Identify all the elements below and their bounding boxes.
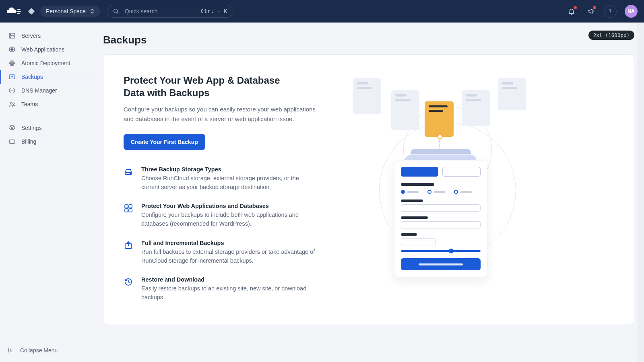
feature-desc: Configure your backups to include both w… [141, 211, 318, 228]
illustration-highlight-card-icon [425, 101, 454, 137]
svg-point-3 [114, 9, 118, 13]
grid4-icon [124, 204, 134, 214]
sidebar-divider [0, 116, 93, 116]
search-input[interactable] [124, 8, 196, 15]
svg-point-9 [10, 37, 11, 38]
question-icon [607, 8, 613, 14]
backup-icon [8, 73, 16, 80]
workspace-indicator-icon [28, 8, 35, 15]
svg-rect-30 [129, 209, 132, 212]
main-content: 2xl (1600px) Backups Protect Your Web Ap… [93, 23, 644, 362]
notifications-button[interactable] [565, 5, 578, 18]
sidebar-item-label: Backups [21, 74, 43, 80]
page-title: Backups [103, 34, 634, 46]
search-shortcut: Ctrl · K [201, 8, 227, 14]
collapse-menu-button[interactable]: Collapse Menu [0, 341, 93, 362]
avatar[interactable]: NA [625, 5, 638, 18]
sidebar-item-atomic-deployment[interactable]: Atomic Deployment [0, 56, 93, 70]
notification-dot-icon [574, 6, 577, 9]
team-icon [8, 101, 16, 108]
svg-point-5 [610, 12, 610, 13]
collapse-label: Collapse Menu [20, 347, 58, 354]
sidebar-secondary: Settings Billing [0, 121, 93, 148]
feature-desc: Easily restore backups to an existing si… [141, 284, 318, 302]
feature-item: Three Backup Storage Types Choose RunClo… [124, 166, 325, 192]
svg-point-8 [10, 34, 11, 35]
feature-title: Full and Incremental Backups [141, 240, 318, 246]
hero-title: Protect Your Web App & Database Data wit… [124, 74, 301, 99]
svg-point-21 [11, 127, 13, 129]
svg-rect-27 [125, 205, 128, 208]
feature-title: Protect Your Web Applications and Databa… [141, 203, 318, 209]
svg-rect-28 [129, 205, 132, 208]
avatar-initials: NA [627, 8, 634, 14]
svg-point-19 [10, 103, 12, 105]
hero-illustration [341, 74, 614, 302]
dns-icon: DNS [8, 87, 16, 94]
sidebar: Servers Web Applications Atomic Deployme… [0, 23, 93, 362]
feature-desc: Choose RunCloud storage, external storag… [141, 174, 318, 192]
sidebar-item-label: Web Applications [21, 46, 64, 53]
search-box[interactable]: Ctrl · K [107, 5, 233, 18]
sidebar-item-servers[interactable]: Servers [0, 29, 93, 43]
create-backup-button[interactable]: Create Your First Backup [124, 134, 205, 150]
illustration-stack-icon [400, 149, 481, 161]
feature-item: Full and Incremental Backups Run full ba… [124, 240, 325, 265]
breakpoint-badge: 2xl (1600px) [588, 31, 634, 40]
feature-list: Three Backup Storage Types Choose RunClo… [124, 166, 325, 302]
sidebar-item-label: Servers [21, 33, 41, 39]
illustration-card-icon [462, 90, 490, 126]
logo[interactable] [6, 7, 23, 16]
illustration-card-icon [391, 90, 419, 130]
feature-title: Three Backup Storage Types [141, 166, 318, 173]
upload-box-icon [124, 241, 134, 251]
gear-icon [8, 124, 16, 132]
workspace-label: Personal Space [46, 8, 86, 14]
sidebar-item-label: Teams [21, 101, 38, 107]
feature-title: Restore and Download [141, 276, 318, 283]
svg-rect-29 [125, 209, 128, 212]
svg-text:DNS: DNS [10, 90, 14, 92]
sidebar-item-label: DNS Manager [21, 87, 57, 94]
svg-point-11 [12, 63, 13, 64]
svg-line-4 [117, 12, 118, 14]
globe-icon [8, 46, 16, 53]
hero-content: Protect Your Web App & Database Data wit… [124, 74, 325, 302]
sidebar-item-web-applications[interactable]: Web Applications [0, 43, 93, 56]
sidebar-primary: Servers Web Applications Atomic Deployme… [0, 29, 93, 111]
illustration-form-icon [394, 160, 487, 277]
hero-card: Protect Your Web App & Database Data wit… [103, 54, 634, 325]
atom-icon [8, 60, 16, 67]
feature-item: Protect Your Web Applications and Databa… [124, 203, 325, 228]
svg-point-12 [9, 62, 15, 64]
scrollbar[interactable] [638, 23, 644, 362]
help-button[interactable] [604, 5, 617, 18]
sidebar-item-teams[interactable]: Teams [0, 97, 93, 111]
collapse-icon [7, 347, 14, 354]
announcements-button[interactable] [584, 5, 597, 18]
sidebar-item-label: Settings [21, 125, 42, 131]
sidebar-item-backups[interactable]: Backups [0, 70, 93, 84]
search-icon [113, 8, 119, 14]
notification-dot-icon [593, 6, 596, 9]
illustration-card-icon [353, 78, 381, 114]
hero-subtitle: Configure your backups so you can easily… [124, 105, 317, 123]
sidebar-item-billing[interactable]: Billing [0, 135, 93, 148]
feature-desc: Run full backups to external storage pro… [141, 248, 318, 265]
drive-icon [124, 167, 134, 177]
workspace-switcher[interactable]: Personal Space [40, 6, 100, 17]
sidebar-item-label: Atomic Deployment [21, 60, 70, 66]
svg-point-26 [130, 173, 131, 174]
sidebar-item-dns-manager[interactable]: DNS DNS Manager [0, 84, 93, 97]
sidebar-item-label: Billing [21, 138, 36, 145]
svg-point-20 [13, 103, 14, 105]
header: Personal Space Ctrl · K NA [0, 0, 644, 23]
chevron-up-down-icon [90, 8, 95, 14]
card-icon [8, 138, 16, 145]
sidebar-item-settings[interactable]: Settings [0, 121, 93, 135]
history-icon [124, 277, 134, 288]
feature-item: Restore and Download Easily restore back… [124, 276, 325, 302]
server-icon [8, 32, 16, 39]
illustration-card-icon [498, 78, 526, 110]
svg-rect-22 [9, 140, 15, 144]
